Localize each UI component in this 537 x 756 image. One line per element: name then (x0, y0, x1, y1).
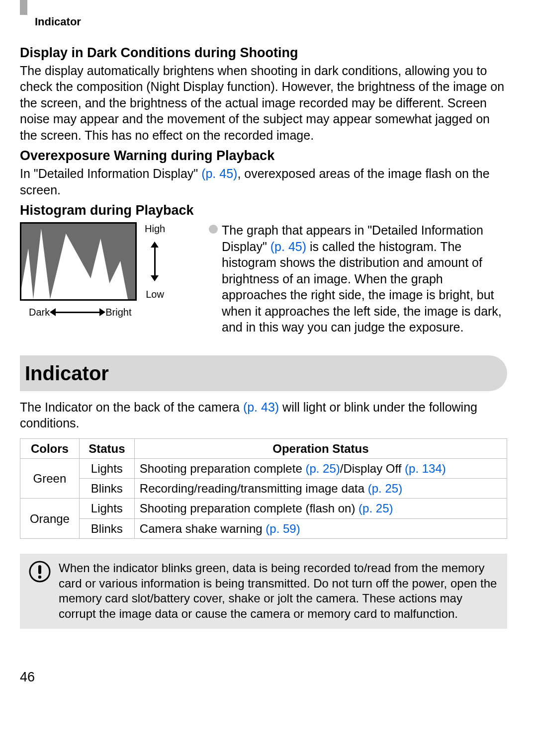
cell-op: Recording/reading/transmitting image dat… (134, 479, 507, 499)
table-row: Blinks Camera shake warning (p. 59) (20, 518, 507, 538)
cell-status: Lights (79, 499, 134, 518)
caution-icon (29, 561, 51, 583)
bullet-icon (209, 225, 218, 234)
cell-status: Blinks (79, 518, 134, 538)
col-op: Operation Status (134, 438, 507, 458)
page-ref-link[interactable]: (p. 45) (201, 167, 237, 180)
op-text: /Display Off (340, 462, 405, 475)
cell-op: Shooting preparation complete (p. 25)/Di… (134, 459, 507, 479)
page-ref-link[interactable]: (p. 25) (368, 482, 402, 495)
table-row: Orange Lights Shooting preparation compl… (20, 499, 507, 518)
op-text: Shooting preparation complete (flash on) (140, 502, 358, 515)
op-text: Shooting preparation complete (140, 462, 306, 475)
table-row: Blinks Recording/reading/transmitting im… (20, 479, 507, 499)
cell-status: Blinks (79, 479, 134, 499)
page-ref-link[interactable]: (p. 45) (270, 240, 306, 253)
histogram-block: High Low Dark Bright The graph that appe… (20, 222, 507, 336)
cell-op: Shooting preparation complete (flash on)… (134, 499, 507, 518)
page-ref-link[interactable]: (p. 59) (266, 522, 300, 535)
cell-status: Lights (79, 459, 134, 479)
indicator-table: Colors Status Operation Status Green Lig… (20, 438, 507, 539)
table-row: Green Lights Shooting preparation comple… (20, 459, 507, 479)
warning-text: When the indicator blinks green, data is… (59, 561, 498, 622)
histogram-svg (21, 224, 135, 299)
cell-color: Green (20, 459, 80, 499)
vertical-arrow-icon (154, 247, 156, 276)
histogram-vertical-labels: High Low (145, 222, 165, 301)
hist-text-post: is called the histogram. The histogram s… (222, 240, 502, 335)
histogram-horizontal-labels: Dark Bright (29, 306, 179, 319)
heading-histogram: Histogram during Playback (20, 202, 507, 219)
histogram-graph (20, 222, 137, 301)
svg-point-3 (38, 576, 41, 579)
page-ref-link[interactable]: (p. 25) (305, 462, 340, 475)
section-title-indicator: Indicator (20, 355, 507, 391)
label-low: Low (146, 288, 164, 301)
table-header-row: Colors Status Operation Status (20, 438, 507, 458)
page-ref-link[interactable]: (p. 43) (243, 400, 279, 414)
cell-op: Camera shake warning (p. 59) (134, 518, 507, 538)
histogram-figure: High Low Dark Bright (20, 222, 179, 336)
op-text: Camera shake warning (140, 522, 266, 535)
heading-overexposure: Overexposure Warning during Playback (20, 147, 507, 165)
page-ref-link[interactable]: (p. 25) (358, 502, 393, 515)
page-number: 46 (20, 669, 507, 686)
body-dark-conditions: The display automatically brightens when… (20, 63, 507, 144)
col-colors: Colors (20, 438, 80, 458)
warning-box: When the indicator blinks green, data is… (20, 554, 507, 629)
op-text: Recording/reading/transmitting image dat… (140, 482, 368, 495)
label-bright: Bright (105, 306, 131, 319)
horizontal-arrow-icon (55, 312, 100, 313)
label-high: High (145, 222, 165, 235)
page-ref-link[interactable]: (p. 134) (405, 462, 446, 475)
svg-rect-2 (38, 565, 41, 574)
indicator-intro-pre: The Indicator on the back of the camera (20, 400, 243, 414)
col-status: Status (79, 438, 134, 458)
cell-color: Orange (20, 499, 80, 538)
indicator-intro: The Indicator on the back of the camera … (20, 399, 507, 431)
running-header: Indicator (35, 15, 507, 29)
overexposure-text-pre: In "Detailed Information Display" (20, 167, 201, 180)
side-tab (20, 0, 27, 15)
heading-dark-conditions: Display in Dark Conditions during Shooti… (20, 44, 507, 62)
body-overexposure: In "Detailed Information Display" (p. 45… (20, 166, 507, 198)
label-dark: Dark (29, 306, 50, 319)
histogram-description: The graph that appears in "Detailed Info… (209, 222, 507, 336)
